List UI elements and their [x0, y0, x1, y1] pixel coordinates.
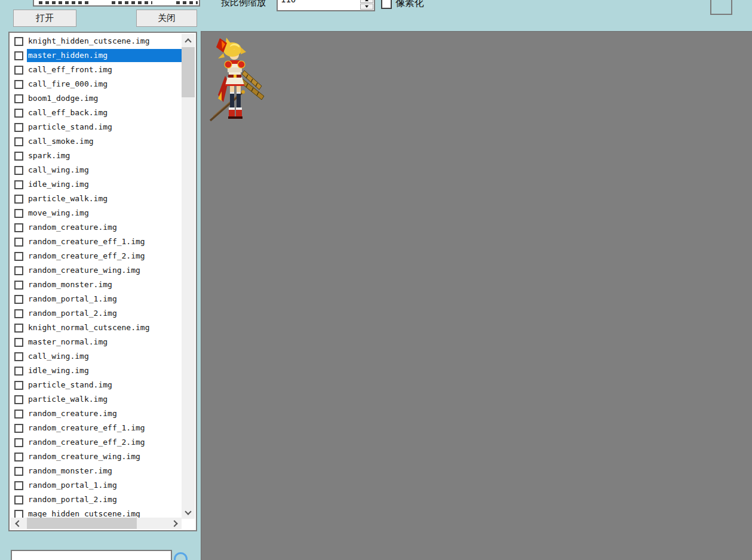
search-input[interactable] — [11, 550, 172, 560]
scroll-right-button[interactable] — [168, 518, 182, 529]
chevron-up-icon — [185, 38, 191, 45]
horizontal-scroll-thumb[interactable] — [27, 518, 137, 529]
item-label: idle_wing.img — [28, 365, 89, 377]
list-item[interactable]: random_portal_2.img — [10, 493, 182, 507]
item-label: idle_wing.img — [28, 179, 89, 190]
item-checkbox[interactable] — [14, 324, 23, 333]
list-item[interactable]: call_eff_front.img — [10, 63, 182, 77]
preview-canvas[interactable] — [201, 31, 752, 560]
list-item[interactable]: random_monster.img — [10, 278, 182, 292]
list-item[interactable]: particle_stand.img — [10, 120, 182, 134]
clipped-text-fragment — [112, 1, 152, 4]
list-item[interactable]: random_creature_eff_2.img — [10, 249, 182, 263]
list-item[interactable]: idle_wing.img — [10, 177, 182, 192]
list-item[interactable]: random_portal_1.img — [10, 478, 182, 493]
list-item[interactable]: random_creature_eff_2.img — [10, 435, 182, 450]
list-item[interactable]: call_smoke.img — [10, 134, 182, 149]
list-item[interactable]: random_creature_wing.img — [10, 263, 182, 278]
item-checkbox[interactable] — [14, 295, 23, 304]
item-checkbox[interactable] — [14, 395, 23, 404]
item-label: master_normal.img — [28, 336, 108, 348]
list-item[interactable]: particle_walk.img — [10, 392, 182, 407]
item-checkbox[interactable] — [14, 381, 23, 390]
open-button[interactable]: 打开 — [13, 10, 76, 27]
list-item[interactable]: random_creature_eff_1.img — [10, 235, 182, 249]
top-right-partial-box[interactable] — [710, 0, 732, 15]
item-label: move_wing.img — [28, 207, 89, 219]
list-item[interactable]: call_eff_back.img — [10, 106, 182, 120]
list-item[interactable]: mage_hidden_cutscene.img — [10, 507, 182, 519]
horizontal-scrollbar[interactable] — [11, 518, 182, 529]
list-item[interactable]: master_hidden.img — [10, 48, 182, 63]
list-item[interactable]: random_portal_2.img — [10, 306, 182, 321]
item-label: random_creature_wing.img — [28, 451, 140, 463]
item-checkbox[interactable] — [14, 266, 23, 275]
list-item[interactable]: call_wing.img — [10, 163, 182, 177]
item-checkbox[interactable] — [14, 481, 23, 490]
item-checkbox[interactable] — [14, 309, 23, 318]
scroll-left-button[interactable] — [11, 518, 24, 529]
list-item[interactable]: master_normal.img — [10, 335, 182, 349]
list-item[interactable]: random_monster.img — [10, 464, 182, 478]
scale-input[interactable]: 110 — [277, 0, 375, 11]
item-label: random_creature_eff_2.img — [28, 250, 145, 262]
item-checkbox[interactable] — [14, 223, 23, 232]
spin-up-button[interactable] — [360, 0, 373, 3]
list-item[interactable]: spark.img — [10, 149, 182, 163]
item-checkbox[interactable] — [14, 338, 23, 347]
list-item[interactable]: particle_walk.img — [10, 192, 182, 206]
item-checkbox[interactable] — [14, 195, 23, 204]
item-label: random_portal_1.img — [28, 293, 117, 305]
vertical-scrollbar[interactable] — [182, 34, 195, 519]
item-checkbox[interactable] — [14, 137, 23, 146]
list-item[interactable]: random_creature_wing.img — [10, 450, 182, 464]
item-checkbox[interactable] — [14, 94, 23, 103]
item-checkbox[interactable] — [14, 467, 23, 476]
item-checkbox[interactable] — [14, 180, 23, 189]
list-item[interactable]: random_creature.img — [10, 407, 182, 421]
item-checkbox[interactable] — [14, 438, 23, 447]
top-partial-field[interactable] — [33, 0, 200, 7]
vertical-scroll-thumb[interactable] — [182, 47, 195, 97]
list-item[interactable]: random_creature.img — [10, 220, 182, 235]
list-item[interactable]: random_creature_eff_1.img — [10, 421, 182, 435]
item-checkbox[interactable] — [14, 209, 23, 218]
chevron-right-icon — [171, 520, 177, 527]
pixelate-checkbox[interactable] — [381, 0, 392, 9]
item-checkbox[interactable] — [14, 152, 23, 161]
item-checkbox[interactable] — [14, 109, 23, 118]
item-checkbox[interactable] — [14, 252, 23, 261]
scroll-up-button[interactable] — [182, 34, 195, 47]
list-item[interactable]: boom1_dodge.img — [10, 91, 182, 106]
item-checkbox[interactable] — [14, 367, 23, 376]
item-label: random_creature.img — [28, 221, 117, 233]
item-checkbox[interactable] — [14, 453, 23, 461]
item-checkbox[interactable] — [14, 123, 23, 132]
item-checkbox[interactable] — [14, 424, 23, 433]
item-checkbox[interactable] — [14, 66, 23, 75]
item-checkbox[interactable] — [14, 238, 23, 247]
item-checkbox[interactable] — [14, 410, 23, 419]
spin-down-button[interactable] — [360, 4, 373, 10]
list-item[interactable]: call_fire_000.img — [10, 77, 182, 91]
item-checkbox[interactable] — [14, 80, 23, 89]
item-checkbox[interactable] — [14, 166, 23, 175]
list-item[interactable]: random_portal_1.img — [10, 292, 182, 306]
item-label: spark.img — [28, 150, 70, 162]
scroll-down-button[interactable] — [182, 506, 195, 519]
item-checkbox[interactable] — [14, 496, 23, 504]
item-checkbox[interactable] — [14, 281, 23, 290]
item-checkbox[interactable] — [14, 352, 23, 361]
list-item[interactable]: knight_normal_cutscene.img — [10, 321, 182, 335]
list-item[interactable]: call_wing.img — [10, 349, 182, 364]
item-label: random_creature.img — [28, 408, 117, 420]
list-item[interactable]: knight_hidden_cutscene.img — [10, 34, 182, 48]
list-item[interactable]: particle_stand.img — [10, 378, 182, 392]
list-item[interactable]: idle_wing.img — [10, 364, 182, 378]
item-label: random_creature_eff_1.img — [28, 422, 145, 434]
file-list-items: knight_hidden_cutscene.imgmaster_hidden.… — [10, 34, 182, 519]
close-button[interactable]: 关闭 — [136, 10, 197, 27]
item-checkbox[interactable] — [14, 37, 23, 46]
item-checkbox[interactable] — [14, 51, 23, 60]
list-item[interactable]: move_wing.img — [10, 206, 182, 220]
